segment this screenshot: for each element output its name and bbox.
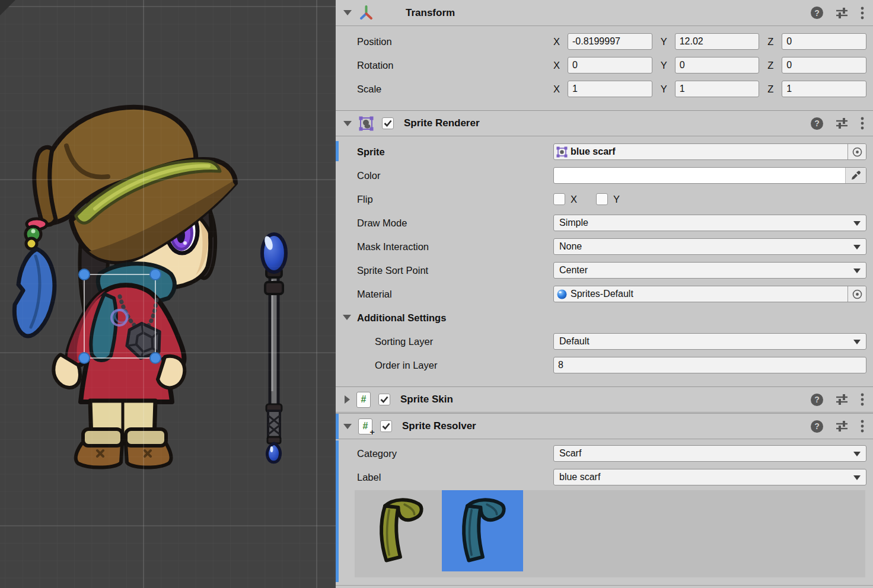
- position-x-field[interactable]: [568, 33, 652, 50]
- kebab-menu-icon[interactable]: [861, 117, 864, 130]
- sprite-skin-header[interactable]: # Sprite Skin ?: [336, 386, 873, 413]
- scene-view[interactable]: [0, 0, 336, 588]
- blue-scarf-thumbnail-selected[interactable]: [442, 490, 523, 571]
- rotation-x-field[interactable]: [568, 57, 652, 74]
- selection-handle-top-right[interactable]: [150, 269, 161, 280]
- sorting-layer-row: Sorting Layer Default: [336, 333, 873, 350]
- label-row: Label blue scarf: [336, 469, 873, 485]
- chevron-down-icon: [853, 452, 861, 456]
- draw-mode-value: Simple: [559, 218, 588, 228]
- blue-scarf-image: [448, 495, 518, 567]
- unity-editor: Transform ? Position X Y Z Rotati: [0, 0, 873, 588]
- help-icon[interactable]: ?: [811, 420, 823, 433]
- mask-interaction-dropdown[interactable]: None: [553, 238, 866, 255]
- order-in-layer-row: Order in Layer: [336, 357, 873, 373]
- sprite-renderer-header[interactable]: Sprite Renderer ?: [336, 110, 873, 136]
- script-plus-icon: #+: [358, 418, 372, 434]
- material-object-name: Sprites-Default: [571, 289, 633, 299]
- help-icon[interactable]: ?: [811, 394, 823, 406]
- foldout-arrow-icon[interactable]: [345, 395, 350, 404]
- sorting-layer-value: Default: [559, 336, 590, 347]
- category-dropdown[interactable]: Scarf: [553, 445, 866, 462]
- help-icon[interactable]: ?: [811, 7, 823, 19]
- scale-x-field[interactable]: [568, 81, 652, 97]
- draw-mode-row: Draw Mode Simple: [336, 215, 873, 231]
- foldout-arrow-icon[interactable]: [343, 10, 352, 15]
- scale-row: Scale X Y Z: [336, 81, 873, 97]
- sorting-layer-dropdown[interactable]: Default: [553, 333, 866, 350]
- sprite-resolver-header[interactable]: #+ Sprite Resolver ?: [336, 413, 873, 439]
- mask-interaction-row: Mask Interaction None: [336, 238, 873, 255]
- label-label: Label: [357, 472, 381, 483]
- eyedropper-button[interactable]: [845, 168, 866, 183]
- foldout-arrow-icon[interactable]: [343, 315, 351, 320]
- scale-z-field[interactable]: [782, 81, 866, 97]
- order-in-layer-label: Order in Layer: [375, 360, 437, 371]
- override-bar-resolver-header: [336, 414, 339, 439]
- kebab-menu-icon[interactable]: [861, 420, 864, 433]
- sprite-sort-point-value: Center: [559, 265, 588, 276]
- sorting-layer-label: Sorting Layer: [375, 336, 433, 347]
- rotation-z-field[interactable]: [782, 57, 866, 74]
- color-swatch[interactable]: [553, 167, 866, 184]
- selection-handle-bottom-left[interactable]: [79, 353, 90, 363]
- override-bar-sprite: [336, 141, 339, 161]
- category-label: Category: [357, 448, 397, 459]
- axis-z-label: Z: [767, 60, 782, 71]
- mask-interaction-label: Mask Interaction: [357, 241, 429, 253]
- object-picker-icon: [852, 289, 862, 299]
- color-label: Color: [357, 170, 380, 181]
- selection-handle-bottom-right[interactable]: [150, 353, 161, 363]
- additional-settings-row[interactable]: Additional Settings: [336, 309, 873, 326]
- sprite-sort-point-dropdown[interactable]: Center: [553, 262, 866, 279]
- help-icon[interactable]: ?: [811, 117, 823, 130]
- flip-x-checkbox[interactable]: [553, 193, 565, 205]
- axis-x-label: X: [553, 60, 568, 71]
- component-title: Sprite Resolver: [402, 420, 476, 432]
- selection-handle-top-left[interactable]: [79, 269, 90, 280]
- mask-interaction-value: None: [559, 241, 582, 252]
- order-in-layer-field[interactable]: [553, 357, 866, 373]
- transform-header[interactable]: Transform ?: [336, 0, 873, 26]
- component-enabled-checkbox[interactable]: [380, 420, 392, 432]
- label-value: blue scarf: [559, 472, 600, 482]
- flip-y-checkbox[interactable]: [596, 193, 608, 205]
- object-picker-button[interactable]: [847, 144, 866, 159]
- component-enabled-checkbox[interactable]: [378, 394, 390, 405]
- kebab-menu-icon[interactable]: [861, 393, 864, 406]
- scene-grid: [0, 0, 336, 588]
- presets-icon[interactable]: [836, 7, 848, 19]
- material-object-field[interactable]: Sprites-Default: [553, 286, 866, 302]
- axis-y-label: Y: [661, 60, 675, 71]
- foldout-arrow-icon[interactable]: [343, 424, 352, 429]
- sprite-object-field[interactable]: blue scarf: [553, 143, 866, 160]
- component-enabled-checkbox[interactable]: [382, 117, 394, 129]
- position-z-field[interactable]: [782, 33, 866, 50]
- chevron-down-icon: [853, 475, 861, 480]
- sprite-sort-point-row: Sprite Sort Point Center: [336, 262, 873, 279]
- kebab-menu-icon[interactable]: [861, 7, 864, 20]
- foldout-arrow-icon[interactable]: [343, 121, 352, 126]
- object-picker-button[interactable]: [847, 286, 866, 302]
- inspector-panel: Transform ? Position X Y Z Rotati: [336, 0, 873, 588]
- axis-z-label: Z: [767, 36, 782, 47]
- presets-icon[interactable]: [836, 117, 848, 129]
- flip-x-label: X: [571, 194, 577, 205]
- category-row: Category Scarf: [336, 445, 873, 462]
- object-picker-icon: [852, 147, 862, 157]
- presets-icon[interactable]: [836, 394, 848, 405]
- position-row: Position X Y Z: [336, 33, 873, 50]
- draw-mode-dropdown[interactable]: Simple: [553, 215, 866, 231]
- label-dropdown[interactable]: blue scarf: [553, 469, 866, 485]
- position-y-field[interactable]: [675, 33, 760, 50]
- rotation-y-field[interactable]: [675, 57, 760, 74]
- scene-canvas: [0, 0, 336, 588]
- green-scarf-image: [365, 495, 435, 567]
- presets-icon[interactable]: [836, 420, 848, 432]
- scale-y-field[interactable]: [675, 81, 760, 97]
- green-scarf-thumbnail[interactable]: [359, 490, 441, 571]
- sprite-renderer-icon: [358, 116, 374, 132]
- script-icon: #: [356, 392, 371, 408]
- flip-row: Flip X Y: [336, 191, 873, 207]
- chevron-down-icon: [853, 269, 861, 273]
